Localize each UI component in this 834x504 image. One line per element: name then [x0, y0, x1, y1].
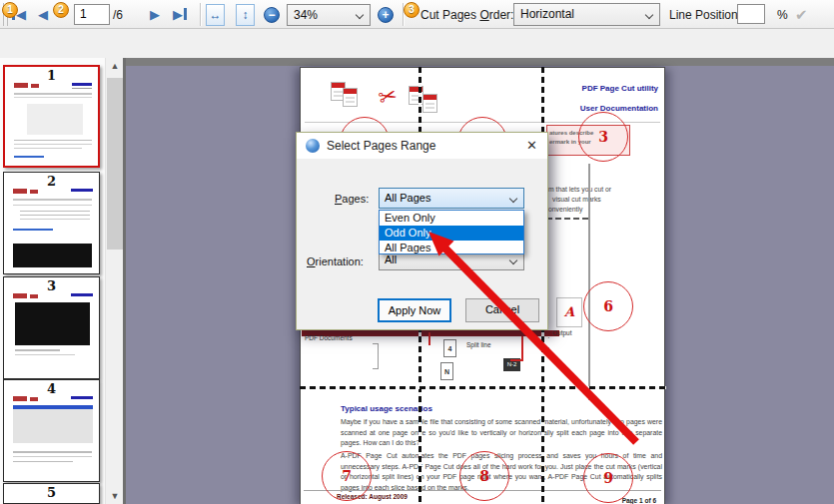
pdf-page-icon — [422, 94, 437, 113]
separator — [200, 3, 201, 26]
horizontal-cut-line[interactable] — [300, 386, 666, 389]
scrollbar-thumb[interactable] — [107, 78, 123, 250]
circle-number: 6 — [603, 298, 613, 314]
dropdown-option-all-pages[interactable]: All Pages — [380, 241, 523, 255]
circle-number: 7 — [342, 468, 352, 484]
chevron-down-icon — [356, 11, 364, 19]
figure-label-split-line: Split line — [466, 341, 491, 348]
text-line: onveniently — [548, 205, 611, 215]
app-globe-icon — [306, 139, 320, 153]
scroll-down-icon[interactable]: ▼ — [107, 488, 123, 504]
thumbnail-number: 1 — [5, 68, 98, 83]
cancel-button[interactable]: Cancel — [465, 298, 539, 322]
figure-label-pdf-documents: PDF Documents — [305, 334, 353, 341]
circle-number: 9 — [603, 470, 613, 486]
apply-now-button[interactable]: Apply Now — [378, 298, 451, 322]
dialog-title: Select Pages Range — [327, 139, 435, 153]
document-subtitle: User Documentation — [580, 104, 658, 113]
pages-select-value: All Pages — [385, 192, 430, 204]
last-page-icon: ▶ — [173, 7, 183, 22]
annotation-badge-2: 2 — [53, 2, 69, 18]
app-window: 1 ➤ 2 ★ ★ ✕ ↶ ↷ 3 ✔ Apply Cu — [0, 0, 834, 504]
prev-page-icon: ◀ — [38, 7, 48, 22]
line-position-label: Line Position: — [669, 8, 741, 22]
zoom-out-button[interactable]: − — [264, 7, 280, 23]
scissors-icon: ✂ — [376, 82, 401, 112]
figure-page-n-icon: N — [440, 362, 453, 380]
page-number-input[interactable]: 1 — [74, 4, 110, 25]
zoom-out-icon: − — [268, 8, 275, 22]
annotation-badge-3: 3 — [404, 2, 419, 18]
circle-number: 3 — [598, 129, 608, 145]
pages-label: Pages: — [335, 193, 369, 205]
label-rest: rder: — [489, 8, 514, 22]
next-page-button[interactable]: ▶ — [150, 7, 160, 22]
line-position-input[interactable] — [737, 4, 765, 24]
thumbnails-sidebar: 1 2 3 4 5 — [0, 58, 105, 504]
sidebar-scrollbar[interactable]: ▲ ▼ — [105, 58, 123, 504]
figure-ellipsis: ·· — [547, 333, 550, 353]
cut-order-value: Horizontal — [520, 7, 574, 21]
label-rest: rientation: — [316, 255, 364, 267]
thumbnail-number: 5 — [4, 485, 99, 500]
fit-height-button[interactable]: ↕ — [236, 4, 255, 26]
thumbnail-preview — [10, 396, 93, 478]
document-text-fragment: m that lets you cut or visual cut marks … — [548, 185, 611, 215]
figure-red-connector — [510, 359, 523, 361]
dropdown-option-odd-only[interactable]: Odd Only — [380, 226, 523, 241]
thumbnail-page-3[interactable]: 3 — [3, 276, 100, 379]
fit-width-button[interactable]: ↔ — [206, 4, 225, 26]
percent-label: % — [777, 8, 788, 22]
output-pdf-icon: A — [556, 297, 582, 327]
close-icon[interactable]: ✕ — [526, 138, 537, 153]
pages-select[interactable]: All Pages — [379, 188, 524, 209]
text-line: visual cut marks — [548, 195, 611, 205]
thumbnail-preview — [11, 83, 92, 163]
thumbnail-preview — [10, 189, 93, 270]
zoom-value: 34% — [294, 8, 318, 22]
annotation-circle-9: 9 — [583, 453, 633, 503]
mnemonic: O — [307, 255, 316, 267]
previous-page-button[interactable]: ◀ — [38, 7, 48, 22]
thumbnail-page-2[interactable]: 2 — [3, 172, 100, 274]
thumbnail-number: 3 — [4, 278, 99, 293]
label-rest: ages: — [342, 193, 369, 205]
pages-dropdown-list: Even Only Odd Only All Pages — [379, 210, 524, 254]
fit-height-icon: ↕ — [243, 8, 249, 22]
fit-width-icon: ↔ — [210, 8, 222, 22]
chevron-down-icon — [509, 195, 517, 203]
thumbnail-page-4[interactable]: 4 — [3, 379, 100, 482]
page-total-label: /6 — [113, 8, 123, 22]
annotation-circle-6: 6 — [583, 281, 633, 331]
annotation-circle-8: 8 — [459, 451, 509, 501]
thumbnail-page-5[interactable]: 5 — [3, 483, 100, 504]
zoom-in-icon: + — [382, 8, 389, 22]
pdf-page-icon — [343, 88, 358, 107]
orientation-label: Orientation: — [307, 255, 364, 267]
label-pre: Cut Pages — [420, 8, 479, 22]
document-title: PDF Page Cut utility — [582, 84, 658, 93]
next-page-icon: ▶ — [150, 7, 160, 22]
confirm-line-position-icon[interactable]: ✔ — [795, 6, 808, 24]
preview-area[interactable]: ✂ PDF Page Cut utility User Documentatio… — [123, 58, 834, 504]
chevron-down-icon — [509, 256, 517, 264]
thumbnail-number: 2 — [4, 174, 99, 189]
thumbnail-page-1[interactable]: 1 — [3, 65, 100, 168]
figure-page-4-icon: 4 — [443, 339, 456, 357]
annotation-circle-3: 3 — [578, 112, 628, 162]
figure-red-connector — [521, 336, 523, 361]
thumbnail-number: 4 — [4, 381, 99, 396]
figure-red-connector — [428, 332, 430, 345]
thumbnail-preview — [10, 293, 93, 375]
dropdown-option-even-only[interactable]: Even Only — [380, 211, 523, 226]
dialog-titlebar[interactable]: Select Pages Range ✕ — [297, 133, 547, 159]
cut-pages-order-select[interactable]: Horizontal — [513, 3, 660, 26]
zoom-level-select[interactable]: 34% — [287, 4, 371, 26]
chevron-down-icon — [645, 11, 653, 19]
scroll-up-icon[interactable]: ▲ — [107, 58, 123, 74]
select-pages-range-dialog: Select Pages Range ✕ Pages: All Pages Ev… — [296, 132, 548, 330]
cut-pages-order-label: Cut Pages Order: — [420, 8, 513, 22]
figure-label-output: Output — [552, 329, 572, 336]
last-page-button[interactable]: ▶ — [173, 7, 187, 22]
zoom-in-button[interactable]: + — [378, 7, 394, 23]
